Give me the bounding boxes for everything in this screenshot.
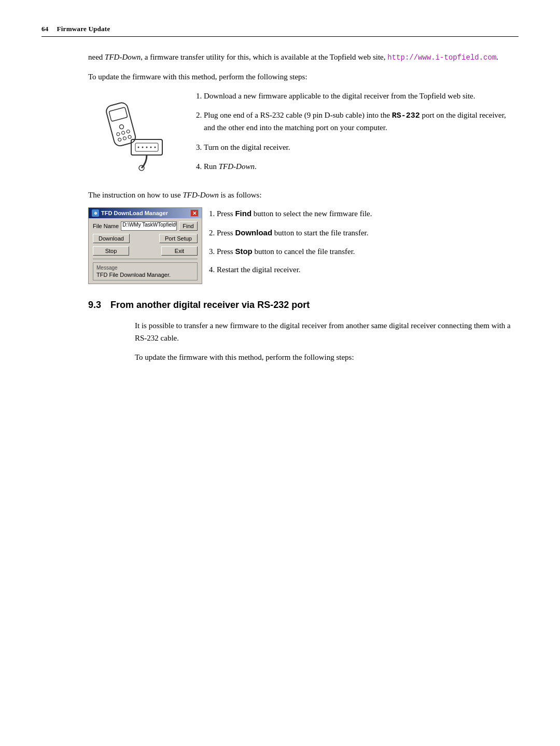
steps-with-image-section: Download a new firmware applicable to th… [88,90,519,180]
tfd-btn-row-2: Stop Exit [93,246,198,256]
tfd-stop-button[interactable]: Stop [93,246,129,256]
download-bold: Download [235,228,272,237]
step-2: Plug one end of a RS-232 cable (9 pin D-… [204,109,519,134]
tfd-message-label: Message [96,265,194,271]
page-number: 64 [41,25,49,33]
tfd-title-label: TFD DownLoad Manager [101,210,168,216]
step-3: Turn on the digital receiver. [204,142,519,153]
find-bold: Find [235,209,251,218]
section-93-para2: To update the firmware with this method,… [135,351,519,363]
svg-point-7 [121,131,124,134]
tfd-message-content: TFD File Download Manager. [96,272,194,278]
dialog-steps-list: Press Find button to select the new firm… [217,207,519,276]
dialog-steps: Press Find button to select the new firm… [217,207,519,282]
svg-point-5 [118,138,121,142]
tfd-divider [93,259,198,259]
page-header: 64 Firmware Update [41,25,519,37]
stop-bold: Stop [235,247,252,256]
dialog-section: ⊕ TFD DownLoad Manager ✕ File Name D:\WM… [88,207,519,284]
intro-italic: TFD-Down [105,53,141,61]
dialog-step-1: Press Find button to select the new firm… [217,207,519,220]
dialog-step-2: Press Download button to start the file … [217,227,519,239]
svg-point-15 [154,146,156,148]
instruction-text: The instruction on how to use TFD-Down i… [88,189,519,201]
page: 64 Firmware Update need TFD-Down, a firm… [0,0,560,746]
section-93-para1: It is possible to transfer a new firmwar… [135,320,519,344]
step-4: Run TFD-Down. [204,161,519,173]
numbered-steps-1: Download a new firmware applicable to th… [189,90,519,180]
intro-text-part2: , a firmware transfer utility for this, … [141,53,387,61]
tfd-down-ref: TFD-Down [183,191,218,199]
tfd-filename-label: File Name [93,223,119,229]
svg-point-3 [116,132,120,136]
intro-para1: need TFD-Down, a firmware transfer utili… [88,51,519,64]
svg-rect-1 [108,107,127,122]
tfd-download-button[interactable]: Download [93,234,130,243]
tfd-filename-value: D:\WMy TaskWTopfieldUp [122,222,177,228]
tfd-title-icon: ⊕ [92,209,99,217]
intro-text-part1: need [88,53,105,61]
dialog-step-4: Restart the digital receiver. [217,264,519,276]
tfd-filename-row: File Name D:\WMy TaskWTopfieldUp Find [93,221,198,231]
step-2-text: Plug one end of a RS-232 cable (9 pin D-… [204,111,506,132]
tfd-port-setup-button[interactable]: Port Setup [159,234,198,243]
step-1-text: Download a new firmware applicable to th… [204,92,475,100]
dialog-step-3: Press Stop button to cancel the file tra… [217,245,519,258]
svg-point-6 [128,135,131,138]
svg-point-14 [150,146,151,148]
svg-point-8 [122,136,126,140]
main-content: need TFD-Down, a firmware transfer utili… [88,51,519,363]
step-3-text: Turn on the digital receiver. [204,143,290,151]
step-1: Download a new firmware applicable to th… [204,90,519,102]
tfd-body: File Name D:\WMy TaskWTopfieldUp Find Do… [89,218,202,284]
tfd-titlebar-left: ⊕ TFD DownLoad Manager [92,209,168,217]
header-section-title: Firmware Update [57,25,110,33]
step-4-text: Run TFD-Down. [204,162,257,171]
tfd-dialog: ⊕ TFD DownLoad Manager ✕ File Name D:\WM… [88,207,202,284]
svg-point-4 [126,130,130,133]
section-number: 9.3 [88,300,101,311]
tfd-titlebar: ⊕ TFD DownLoad Manager ✕ [89,208,202,218]
svg-point-12 [142,146,143,148]
tfd-message-box: Message TFD File Download Manager. [93,262,198,280]
tfd-find-button[interactable]: Find [179,221,198,231]
tfd-btn-row-1: Download Port Setup [93,234,198,243]
section-title: From another digital receiver via RS-232… [110,300,310,311]
section-93-body: It is possible to transfer a new firmwar… [135,320,519,363]
section-93-heading: 9.3 From another digital receiver via RS… [88,300,519,311]
tfd-exit-button[interactable]: Exit [161,246,198,256]
topfield-link: http://www.i-topfield.com [387,53,496,62]
svg-point-11 [137,146,139,148]
intro-para2: To update the firmware with this method,… [88,71,519,83]
svg-point-13 [146,146,147,148]
svg-point-2 [119,124,124,130]
device-image [88,90,179,178]
intro-text-end: . [496,53,498,61]
tfd-close-button[interactable]: ✕ [190,209,199,217]
device-illustration [92,95,175,178]
tfd-filename-input[interactable]: D:\WMy TaskWTopfieldUp [121,221,177,231]
steps-list-1: Download a new firmware applicable to th… [189,90,519,173]
